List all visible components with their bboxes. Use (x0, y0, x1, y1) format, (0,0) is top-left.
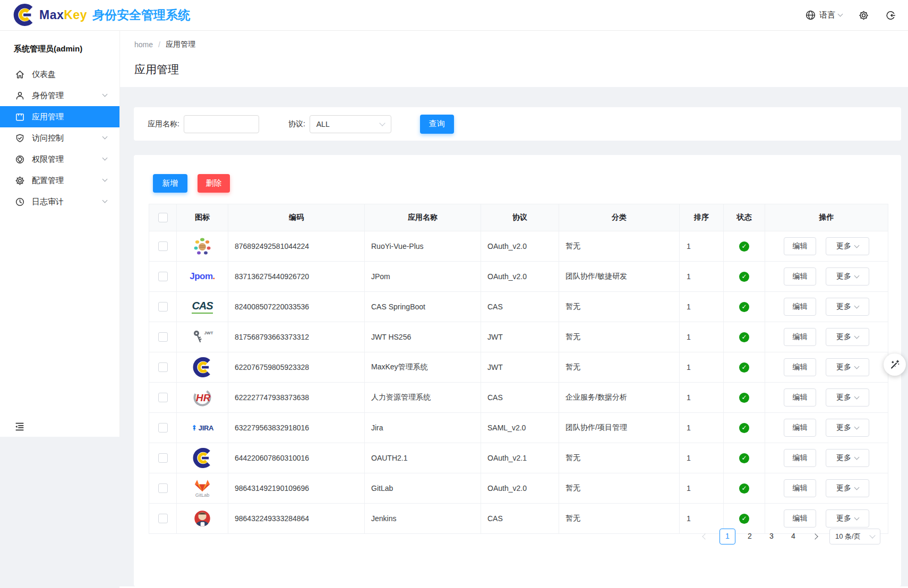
column-header: 分类 (559, 204, 680, 231)
sidebar-item-audit[interactable]: 日志审计 (0, 191, 119, 212)
row-checkbox[interactable] (158, 483, 168, 493)
chevron-down-icon (102, 155, 108, 161)
app-name-cell: 人力资源管理系统 (365, 383, 481, 413)
sidebar-collapse-button[interactable] (14, 421, 25, 433)
row-checkbox[interactable] (158, 362, 168, 372)
table-row: 622076759805923328 MaxKey管理系统 JWT 暂无 1 ✓… (149, 352, 888, 383)
more-button[interactable]: 更多 (826, 298, 869, 316)
app-code-cell: 632279563832918016 (228, 413, 365, 443)
edit-button[interactable]: 编辑 (784, 449, 816, 467)
more-button[interactable]: 更多 (826, 419, 869, 437)
row-checkbox[interactable] (158, 423, 168, 433)
page-size-select[interactable]: 10 条/页 (829, 529, 880, 544)
sidebar-item-permission[interactable]: 权限管理 (0, 149, 119, 170)
status-enabled-icon: ✓ (739, 272, 749, 282)
sidebar-item-access[interactable]: 访问控制 (0, 127, 119, 149)
column-header: 操作 (765, 204, 888, 231)
column-header: 排序 (680, 204, 724, 231)
language-label: 语言 (819, 10, 835, 20)
chevron-down-icon (854, 273, 859, 279)
row-checkbox[interactable] (158, 393, 168, 402)
row-checkbox[interactable] (158, 241, 168, 251)
page-number-2[interactable]: 2 (742, 529, 757, 543)
chevron-down-icon (854, 455, 859, 460)
status-enabled-icon: ✓ (739, 302, 749, 312)
app-name-cell: RuoYi-Vue-Plus (365, 231, 481, 262)
app-name-cell: JWT HS256 (365, 322, 481, 352)
status-enabled-icon: ✓ (739, 332, 749, 342)
more-button[interactable]: 更多 (826, 328, 869, 346)
next-page-button[interactable] (808, 529, 823, 544)
magic-wand-floating-button[interactable] (884, 353, 906, 376)
maxkey-logo-icon (192, 447, 213, 469)
app-name-cell: Jira (365, 413, 481, 443)
page-header: home / 应用管理 应用管理 (119, 30, 908, 87)
more-button[interactable]: 更多 (826, 267, 869, 286)
delete-button[interactable]: 删除 (198, 174, 230, 193)
row-checkbox[interactable] (158, 453, 168, 463)
status-enabled-icon: ✓ (739, 453, 749, 463)
sidebar-item-apps[interactable]: 应用管理 (0, 106, 119, 127)
edit-button[interactable]: 编辑 (784, 388, 816, 407)
app-sort-cell: 1 (680, 292, 724, 322)
toolbar: 新增 删除 (153, 174, 230, 193)
settings-gear-button[interactable] (858, 10, 869, 21)
app-category-cell: 暂无 (559, 352, 680, 383)
page-number-3[interactable]: 3 (764, 529, 779, 543)
table-row: JIRA 632279563832918016 Jira SAML_v2.0 团… (149, 413, 888, 443)
edit-button[interactable]: 编辑 (784, 509, 816, 528)
sidebar-below-gap (0, 437, 119, 588)
more-button[interactable]: 更多 (826, 449, 869, 467)
edit-button[interactable]: 编辑 (784, 328, 816, 346)
row-checkbox[interactable] (158, 332, 168, 342)
page-number-1[interactable]: 1 (719, 529, 735, 544)
edit-button[interactable]: 编辑 (784, 298, 816, 316)
svg-text:HR: HR (196, 392, 211, 403)
sidebar-item-config[interactable]: 配置管理 (0, 170, 119, 191)
edit-button[interactable]: 编辑 (784, 479, 816, 497)
more-button[interactable]: 更多 (826, 237, 869, 255)
status-enabled-icon: ✓ (739, 241, 749, 252)
app-name-cell: MaxKey管理系统 (365, 352, 481, 383)
row-checkbox[interactable] (158, 272, 168, 281)
app-name-filter-input[interactable] (184, 115, 259, 133)
edit-button[interactable]: 编辑 (784, 267, 816, 286)
more-button[interactable]: 更多 (826, 388, 869, 407)
chevron-down-icon (379, 120, 385, 126)
app-name-filter-label: 应用名称: (148, 119, 179, 129)
edit-button[interactable]: 编辑 (784, 237, 816, 255)
row-checkbox[interactable] (158, 302, 168, 312)
config-icon (15, 176, 25, 186)
brand: MaxKey 身份安全管理系统 (13, 4, 190, 26)
protocol-select[interactable]: ALL (310, 115, 391, 133)
brand-name-secondary: Key (64, 8, 87, 22)
page-title: 应用管理 (134, 62, 179, 77)
prev-page-button[interactable] (698, 529, 713, 544)
protocol-filter-label: 协议: (288, 119, 305, 129)
more-button[interactable]: 更多 (826, 358, 869, 376)
edit-button[interactable]: 编辑 (784, 419, 816, 437)
status-enabled-icon: ✓ (739, 393, 749, 403)
jira-logo-icon: JIRA (191, 417, 213, 439)
breadcrumb-current: 应用管理 (166, 40, 195, 49)
logout-button[interactable] (885, 10, 896, 21)
table-row: HR 622227747938373638 人力资源管理系统 CAS 企业服务/… (149, 383, 888, 413)
edit-button[interactable]: 编辑 (784, 358, 816, 376)
select-all-cell (149, 204, 177, 231)
add-button[interactable]: 新增 (153, 174, 187, 193)
page-size-value: 10 条/页 (835, 532, 861, 541)
breadcrumb-home-link[interactable]: home (134, 40, 153, 49)
search-button[interactable]: 查询 (420, 115, 454, 134)
page-number-4[interactable]: 4 (786, 529, 801, 543)
app-category-cell: 暂无 (559, 292, 680, 322)
more-button[interactable]: 更多 (826, 479, 869, 497)
row-checkbox[interactable] (158, 514, 168, 523)
language-switcher[interactable]: 语言 (805, 10, 842, 21)
select-all-checkbox[interactable] (158, 213, 168, 222)
page-numbers: 1234 (719, 529, 801, 544)
sidebar-user-title: 系统管理员(admin) (0, 30, 119, 62)
sidebar-item-identity[interactable]: 身份管理 (0, 85, 119, 106)
more-button[interactable]: 更多 (826, 509, 869, 528)
sidebar-item-dashboard[interactable]: 仪表盘 (0, 64, 119, 85)
permission-icon (15, 154, 25, 165)
